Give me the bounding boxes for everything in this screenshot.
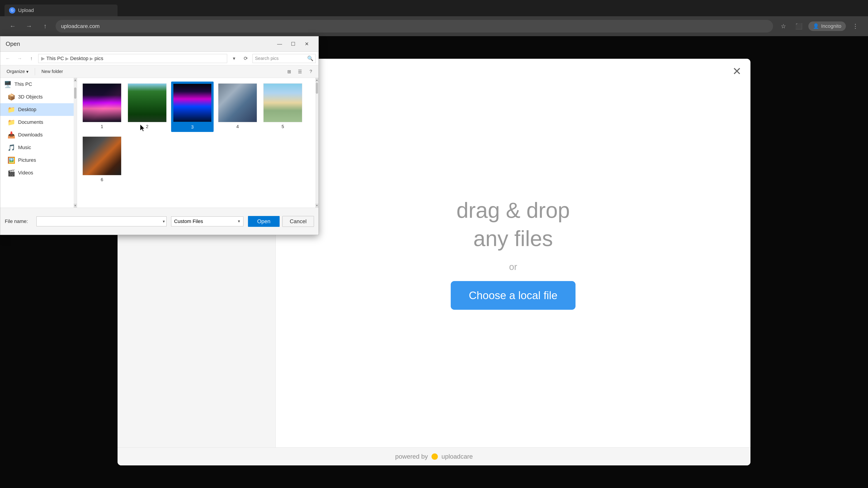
browser-tab[interactable]: G Upload — [4, 4, 118, 16]
documents-icon: 📁 — [7, 119, 16, 126]
scroll-down-arrow[interactable]: ▼ — [74, 203, 77, 207]
right-scrollbar-track[interactable] — [315, 82, 318, 203]
cancel-button[interactable]: Cancel — [282, 216, 314, 227]
tree-label-music: Music — [18, 144, 31, 151]
up-button[interactable]: ↑ — [39, 20, 51, 32]
dialog-back-button[interactable]: ← — [3, 54, 13, 64]
filetype-select[interactable]: Custom Files — [171, 217, 243, 226]
incognito-icon: 👤 — [813, 23, 819, 29]
videos-icon: 🎬 — [7, 169, 16, 177]
file-thumbnail-6 — [83, 136, 121, 175]
path-separator-1: ▶ — [41, 56, 45, 61]
new-folder-button[interactable]: New folder — [38, 67, 67, 76]
search-placeholder: Search pics — [255, 56, 279, 61]
file-item-5[interactable]: 5 — [261, 82, 304, 132]
filename-label: File name: — [5, 219, 32, 224]
dialog-titlebar: Open — ☐ ✕ — [0, 36, 318, 52]
tree-item-desktop[interactable]: 📁 Desktop — [0, 103, 77, 116]
file-item-3[interactable]: 3 — [171, 82, 214, 132]
file-name-3: 3 — [189, 124, 195, 130]
file-open-dialog: Open — ☐ ✕ ← → ↑ ▶ This PC ▶ Desktop ▶ p… — [0, 36, 319, 235]
dialog-addressbar: ← → ↑ ▶ This PC ▶ Desktop ▶ pics ▾ ⟳ Sea… — [0, 52, 318, 65]
back-button[interactable]: ← — [7, 20, 19, 32]
uploadcare-logo-dot — [432, 453, 438, 460]
file-grid: 1 2 3 — [77, 78, 318, 188]
tree-item-videos[interactable]: 🎬 Videos — [0, 166, 77, 179]
tree-item-thispc[interactable]: 🖥️ This PC — [0, 78, 77, 91]
tree-label-downloads: Downloads — [18, 132, 43, 138]
right-scroll-up[interactable]: ▲ — [315, 78, 318, 82]
path-sep-1: ▶ — [65, 56, 69, 61]
address-bar[interactable]: uploadcare.com — [56, 20, 773, 33]
filename-input[interactable] — [36, 217, 166, 226]
incognito-badge: 👤 Incognito — [808, 22, 846, 31]
pictures-icon: 🖼️ — [7, 157, 16, 164]
tree-item-downloads[interactable]: 📥 Downloads — [0, 129, 77, 141]
dialog-left-panel: 🖥️ This PC 📦 3D Objects 📁 Desktop 📁 Docu… — [0, 78, 77, 207]
downloads-icon: 📥 — [7, 131, 16, 139]
or-text: or — [509, 262, 517, 272]
tree-item-music[interactable]: 🎵 Music — [0, 141, 77, 154]
maximize-button[interactable]: ☐ — [287, 39, 300, 50]
file-item-4[interactable]: 4 — [216, 82, 259, 132]
path-desktop[interactable]: Desktop — [70, 56, 88, 61]
new-folder-label: New folder — [41, 69, 63, 74]
minimize-button[interactable]: — — [273, 39, 286, 50]
dialog-title: Open — [6, 40, 20, 47]
organize-dropdown-icon: ▾ — [26, 69, 29, 74]
right-scroll-down[interactable]: ▼ — [315, 203, 318, 207]
uploadcare-main: drag & drop any files or Choose a local … — [276, 59, 750, 447]
3dobjects-icon: 📦 — [7, 93, 16, 101]
tree-item-pictures[interactable]: 🖼️ Pictures — [0, 154, 77, 166]
organize-button[interactable]: Organize ▾ — [3, 67, 32, 76]
toolbar-icons: ☆ ⬛ 👤 Incognito ⋮ — [778, 20, 861, 32]
file-thumbnail-5 — [264, 84, 302, 122]
dialog-refresh-button[interactable]: ⟳ — [241, 54, 251, 64]
tree-item-documents[interactable]: 📁 Documents — [0, 116, 77, 129]
view-thumbnails-button[interactable]: ⊞ — [284, 67, 294, 76]
tree-label-pictures: Pictures — [18, 157, 36, 163]
right-scroll-thumb[interactable] — [316, 83, 318, 94]
dialog-path-bar[interactable]: ▶ This PC ▶ Desktop ▶ pics — [38, 54, 227, 63]
toolbar-separator — [35, 68, 35, 75]
scroll-up-arrow[interactable]: ▲ — [74, 78, 77, 82]
search-icon: 🔍 — [307, 56, 313, 61]
drag-drop-text: drag & drop any files — [456, 196, 570, 253]
file-thumbnail-1 — [83, 84, 121, 122]
titlebar-buttons: — ☐ ✕ — [273, 39, 313, 50]
file-item-6[interactable]: 6 — [81, 135, 123, 184]
address-text: uploadcare.com — [61, 23, 100, 29]
file-name-2: 2 — [146, 124, 148, 129]
view-details-button[interactable]: ☰ — [295, 67, 305, 76]
filename-dropdown-icon[interactable]: ▾ — [163, 219, 165, 224]
incognito-label: Incognito — [821, 23, 841, 29]
dialog-search-bar[interactable]: Search pics 🔍 — [252, 54, 316, 63]
dialog-up-button[interactable]: ↑ — [26, 54, 36, 64]
choose-local-file-button[interactable]: Choose a local file — [451, 281, 576, 310]
close-button[interactable]: ✕ — [301, 39, 313, 50]
bookmark-button[interactable]: ☆ — [778, 20, 789, 32]
left-scrollbar[interactable]: ▲ ▼ — [74, 78, 77, 207]
scroll-thumb[interactable] — [74, 88, 76, 99]
dialog-forward-button[interactable]: → — [15, 54, 25, 64]
file-thumbnail-4 — [218, 84, 257, 122]
file-item-2[interactable]: 2 — [126, 82, 168, 132]
organize-label: Organize — [6, 69, 25, 74]
file-item-1[interactable]: 1 — [81, 82, 123, 132]
thispc-icon: 🖥️ — [4, 80, 12, 88]
extensions-button[interactable]: ⬛ — [793, 20, 805, 32]
path-pics[interactable]: pics — [94, 56, 103, 61]
menu-button[interactable]: ⋮ — [849, 20, 861, 32]
browser-chrome: G Upload ← → ↑ uploadcare.com ☆ ⬛ 👤 Inco… — [0, 0, 868, 36]
dialog-path-dropdown[interactable]: ▾ — [229, 54, 239, 64]
file-thumbnail-2 — [128, 84, 166, 122]
tree-item-3dobjects[interactable]: 📦 3D Objects — [0, 91, 77, 103]
view-help-button[interactable]: ? — [306, 67, 316, 76]
tab-title: Upload — [18, 7, 34, 13]
file-name-5: 5 — [281, 124, 284, 129]
action-buttons: Open Cancel — [248, 216, 314, 227]
path-this-pc[interactable]: This PC — [46, 56, 64, 61]
forward-button[interactable]: → — [23, 20, 35, 32]
open-button[interactable]: Open — [248, 216, 280, 227]
footer-powered-text: powered by — [395, 453, 428, 460]
